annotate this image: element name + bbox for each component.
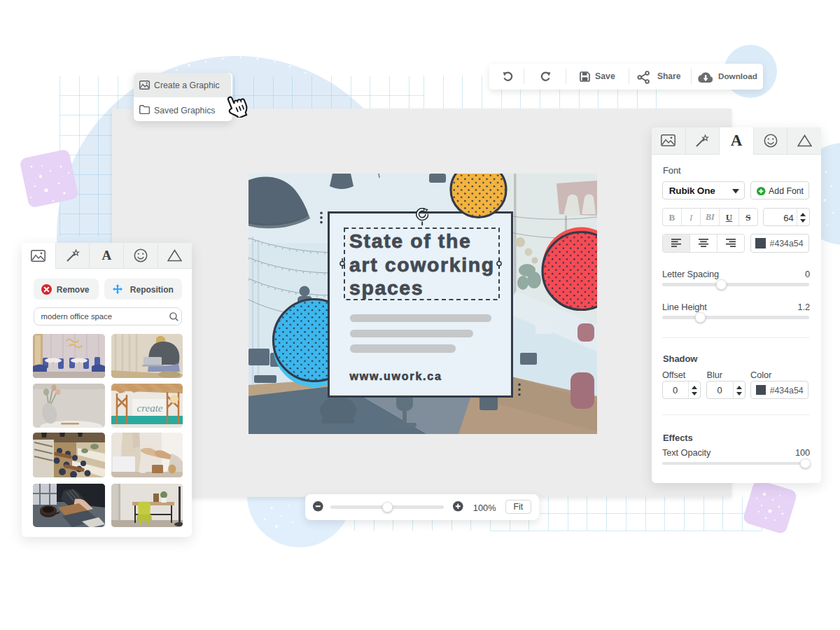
svg-text:create: create: [136, 402, 162, 414]
